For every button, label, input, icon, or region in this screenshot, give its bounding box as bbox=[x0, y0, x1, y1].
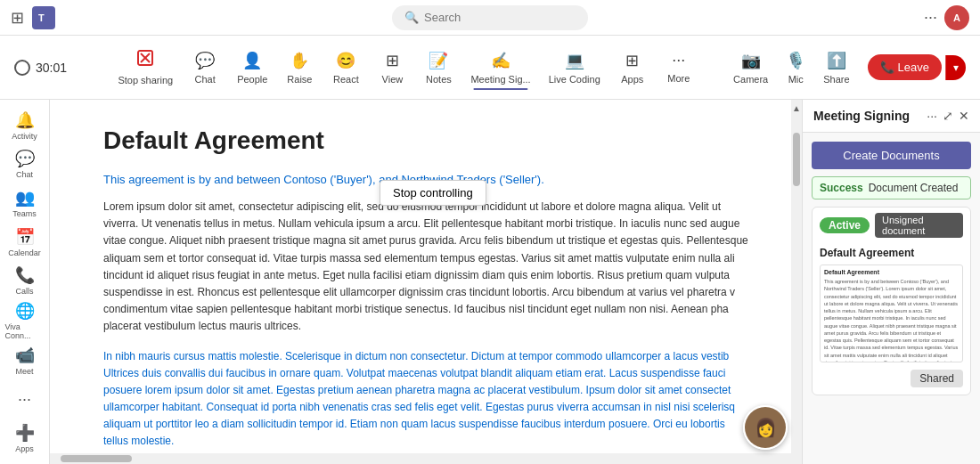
sidebar-item-more[interactable]: ··· bbox=[5, 381, 45, 419]
teams-sidebar-icon: 👥 bbox=[15, 188, 35, 208]
mic-button[interactable]: 🎙️ Mic bbox=[779, 45, 813, 90]
meeting-sig-button[interactable]: ✍️ Meeting Sig... bbox=[461, 45, 539, 90]
scrollbar-thumb[interactable] bbox=[793, 133, 800, 186]
sidebar-item-meet[interactable]: 📹 Meet bbox=[5, 342, 45, 379]
shared-badge-row: Shared bbox=[813, 366, 970, 395]
right-panel: Meeting Signing ··· ⤢ ✕ Create Documents… bbox=[802, 100, 980, 464]
sidebar-item-chat[interactable]: 💬 Chat bbox=[5, 146, 45, 183]
document-card: Active Unsigned document Default Agreeme… bbox=[812, 207, 971, 395]
teams-sidebar-label: Teams bbox=[12, 209, 37, 218]
user-avatar: 👩 bbox=[743, 405, 788, 450]
chat-sidebar-icon: 💬 bbox=[15, 149, 35, 168]
panel-close-icon[interactable]: ✕ bbox=[959, 109, 969, 123]
stop-sharing-label: Stop sharing bbox=[118, 75, 173, 85]
hscrollbar-thumb[interactable] bbox=[61, 455, 132, 462]
doc-card-title: Default Agreement bbox=[813, 243, 970, 261]
share-icon: ⬆️ bbox=[827, 51, 846, 70]
doc-preview-text: This agreement is by and between Contoso… bbox=[824, 278, 959, 362]
live-coding-label: Live Coding bbox=[549, 74, 600, 85]
activity-label: Activity bbox=[12, 132, 37, 141]
search-box[interactable]: 🔍 bbox=[392, 5, 588, 30]
vertical-scrollbar[interactable]: ▲ bbox=[791, 100, 802, 464]
view-button[interactable]: ⊞ View bbox=[369, 45, 415, 90]
search-icon: 🔍 bbox=[404, 11, 419, 24]
notes-icon: 📝 bbox=[429, 51, 448, 70]
create-documents-button[interactable]: Create Documents bbox=[812, 142, 971, 169]
search-input[interactable] bbox=[424, 11, 567, 24]
live-coding-icon: 💻 bbox=[565, 51, 584, 70]
avatar: A bbox=[944, 5, 969, 30]
panel-header-icons: ··· ⤢ ✕ bbox=[927, 109, 969, 123]
viva-label: Viva Conn... bbox=[5, 322, 45, 340]
live-coding-button[interactable]: 💻 Live Coding bbox=[540, 45, 609, 90]
react-label: React bbox=[333, 74, 359, 85]
camera-button[interactable]: 📷 Camera bbox=[726, 45, 775, 90]
calls-icon: 📞 bbox=[15, 265, 35, 285]
mic-label: Mic bbox=[788, 74, 804, 85]
panel-expand-icon[interactable]: ⤢ bbox=[943, 109, 953, 123]
apps-label: Apps bbox=[621, 74, 643, 85]
document-body: Lorem ipsum dolor sit amet, consectetur … bbox=[103, 199, 748, 464]
stop-sharing-button[interactable]: Stop sharing bbox=[109, 44, 182, 91]
panel-more-icon[interactable]: ··· bbox=[927, 109, 937, 123]
camera-icon: 📷 bbox=[741, 51, 761, 70]
doc-preview-title: Default Agreement bbox=[824, 269, 959, 275]
sidebar-item-viva[interactable]: 🌐 Viva Conn... bbox=[5, 301, 45, 340]
stop-sharing-icon bbox=[136, 49, 154, 71]
more-icon[interactable]: ··· bbox=[924, 8, 937, 27]
leave-dropdown-button[interactable]: ▾ bbox=[945, 55, 966, 80]
meeting-sig-icon: ✍️ bbox=[491, 51, 510, 70]
sidebar-item-calendar[interactable]: 📅 Calendar bbox=[5, 224, 45, 261]
user-avatar-image: 👩 bbox=[745, 407, 786, 448]
camera-label: Camera bbox=[733, 74, 768, 85]
apps-button[interactable]: ⊞ Apps bbox=[609, 45, 656, 90]
unsigned-badge: Unsigned document bbox=[875, 213, 963, 238]
grid-icon[interactable]: ⊞ bbox=[11, 8, 24, 28]
horizontal-scrollbar[interactable] bbox=[50, 453, 791, 464]
chat-icon: 💬 bbox=[195, 51, 215, 70]
timer-display: 30:01 bbox=[36, 61, 67, 75]
react-button[interactable]: 😊 React bbox=[323, 45, 369, 90]
teams-logo: T bbox=[31, 5, 56, 30]
success-label: Success bbox=[820, 182, 863, 194]
more-button[interactable]: ··· More bbox=[656, 45, 702, 89]
view-icon: ⊞ bbox=[386, 51, 399, 70]
sidebar-item-teams[interactable]: 👥 Teams bbox=[5, 184, 45, 222]
main-area: 🔔 Activity 💬 Chat 👥 Teams 📅 Calendar 📞 C… bbox=[0, 100, 980, 464]
scroll-up-arrow[interactable]: ▲ bbox=[790, 102, 802, 115]
sidebar-item-apps[interactable]: ➕ Apps bbox=[5, 419, 45, 457]
stop-controlling-button[interactable]: Stop controlling bbox=[380, 180, 486, 206]
sidebar-item-calls[interactable]: 📞 Calls bbox=[5, 263, 45, 300]
notes-button[interactable]: 📝 Notes bbox=[415, 45, 461, 90]
doc-card-header: Active Unsigned document bbox=[813, 208, 970, 243]
calls-label: Calls bbox=[15, 287, 33, 296]
people-label: People bbox=[237, 74, 267, 85]
leave-button[interactable]: 📞 Leave bbox=[868, 54, 942, 80]
more-icon: ··· bbox=[672, 51, 685, 69]
shared-badge: Shared bbox=[911, 370, 963, 387]
raise-button[interactable]: ✋ Raise bbox=[276, 45, 323, 90]
apps-icon: ⊞ bbox=[625, 51, 639, 70]
share-button[interactable]: ⬆️ Share bbox=[816, 45, 856, 90]
more-label: More bbox=[667, 73, 690, 84]
people-button[interactable]: 👤 People bbox=[228, 45, 276, 90]
stop-controlling-banner: Stop controlling bbox=[380, 180, 486, 206]
calendar-icon: 📅 bbox=[15, 227, 35, 247]
view-label: View bbox=[382, 74, 404, 85]
leave-label: Leave bbox=[898, 61, 929, 74]
svg-text:T: T bbox=[38, 12, 45, 23]
viva-icon: 🌐 bbox=[15, 301, 35, 321]
timer-circle bbox=[14, 60, 30, 76]
sidebar-item-activity[interactable]: 🔔 Activity bbox=[5, 107, 45, 144]
chat-button[interactable]: 💬 Chat bbox=[182, 45, 228, 90]
panel-title: Meeting Signing bbox=[813, 109, 910, 123]
chat-sidebar-label: Chat bbox=[16, 170, 33, 179]
active-badge: Active bbox=[820, 217, 870, 233]
left-sidebar: 🔔 Activity 💬 Chat 👥 Teams 📅 Calendar 📞 C… bbox=[0, 100, 50, 464]
apps-sidebar-icon: ➕ bbox=[15, 423, 35, 443]
meeting-sig-label: Meeting Sig... bbox=[470, 74, 530, 85]
toolbar-right: 📷 Camera 🎙️ Mic ⬆️ Share 📞 Leave ▾ bbox=[726, 45, 966, 90]
meet-label: Meet bbox=[15, 367, 33, 376]
chat-label: Chat bbox=[195, 74, 216, 85]
mic-icon: 🎙️ bbox=[786, 51, 805, 70]
